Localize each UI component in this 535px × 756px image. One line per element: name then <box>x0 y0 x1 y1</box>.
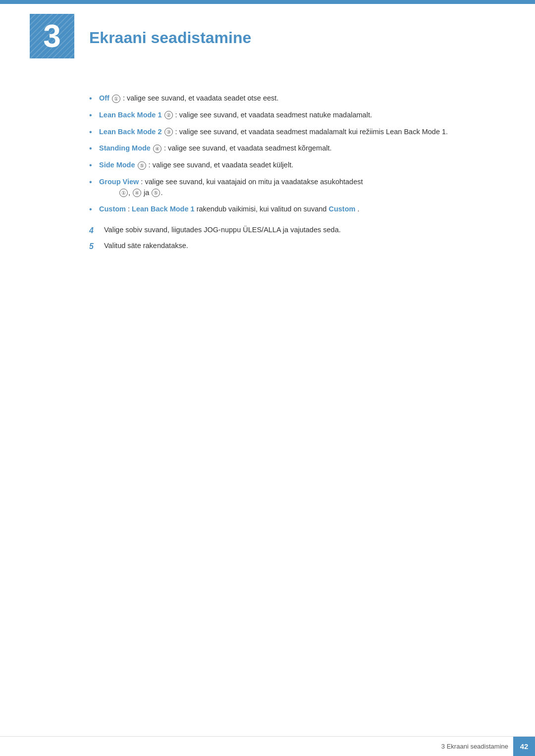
step-text-5: Valitud säte rakendatakse. <box>104 242 188 250</box>
footer: 3 Ekraani seadistamine 42 <box>0 736 535 756</box>
circle-g5: ⑤ <box>152 189 160 197</box>
circle-4: ④ <box>153 145 161 153</box>
bullet-text-custom-colon: : <box>128 205 132 213</box>
numbered-steps: 4 Valige sobiv suvand, liigutades JOG-nu… <box>89 225 495 252</box>
bullet-label-group: Group View <box>99 178 139 186</box>
bullet-group-circles: ①, ④ ja ⑤. <box>119 189 162 197</box>
circle-1: ① <box>112 95 120 103</box>
bullet-list: Off ① : valige see suvand, et vaadata se… <box>89 93 495 215</box>
bullet-item-lean1: Lean Back Mode 1 ② : valige see suvand, … <box>89 110 495 121</box>
bullet-text-lean2: : valige see suvand, et vaadata seadmest… <box>175 128 448 136</box>
bullet-label-standing: Standing Mode <box>99 144 151 152</box>
step-number-5: 5 <box>89 241 94 252</box>
chapter-title: Ekraani seadistamine <box>89 21 251 47</box>
bullet-text-side: : valige see suvand, et vaadata seadet k… <box>149 161 294 169</box>
bullet-item-group: Group View : valige see suvand, kui vaat… <box>89 177 495 199</box>
footer-page-number: 42 <box>513 737 535 756</box>
bullet-label-custom: Custom <box>99 205 126 213</box>
bullet-text-standing: : valige see suvand, et vaadata seadmest… <box>164 144 332 152</box>
bullet-text-custom-mid: rakendub vaikimisi, kui valitud on suvan… <box>197 205 329 213</box>
bullet-text-lean1: : valige see suvand, et vaadata seadmest… <box>175 111 372 119</box>
circle-g4: ④ <box>133 189 141 197</box>
bullet-text-group: : valige see suvand, kui vaatajaid on mi… <box>141 178 363 186</box>
footer-chapter-ref: 3 Ekraani seadistamine <box>441 743 508 750</box>
bullet-label-off: Off <box>99 94 109 102</box>
step-number-4: 4 <box>89 225 94 237</box>
bullet-label-side: Side Mode <box>99 161 135 169</box>
bullet-text-custom-end: . <box>357 205 359 213</box>
bullet-item-off: Off ① : valige see suvand, et vaadata se… <box>89 93 495 104</box>
chapter-number-box: 3 <box>30 14 74 58</box>
bullet-label-lean1: Lean Back Mode 1 <box>99 111 162 119</box>
bullet-item-standing: Standing Mode ④ : valige see suvand, et … <box>89 143 495 154</box>
step-4: 4 Valige sobiv suvand, liigutades JOG-nu… <box>89 225 495 236</box>
chapter-header: 3 Ekraani seadistamine <box>0 0 535 73</box>
step-text-4: Valige sobiv suvand, liigutades JOG-nupp… <box>104 226 341 234</box>
bullet-text-off: : valige see suvand, et vaadata seadet o… <box>123 94 278 102</box>
circle-5: ⑤ <box>138 161 146 170</box>
bullet-item-side: Side Mode ⑤ : valige see suvand, et vaad… <box>89 160 495 171</box>
circle-3: ③ <box>164 128 173 136</box>
circle-g1: ① <box>119 189 128 197</box>
circle-2: ② <box>164 111 173 119</box>
bullet-group-ja: ja <box>144 189 151 197</box>
bullet-label-lean2: Lean Back Mode 2 <box>99 128 162 136</box>
bullet-item-custom: Custom : Lean Back Mode 1 rakendub vaiki… <box>89 204 495 215</box>
bullet-custom-word: Custom <box>328 205 355 213</box>
bullet-custom-lean1: Lean Back Mode 1 <box>132 205 195 213</box>
bullet-item-lean2: Lean Back Mode 2 ③ : valige see suvand, … <box>89 127 495 138</box>
content-area: Off ① : valige see suvand, et vaadata se… <box>0 73 535 296</box>
step-5: 5 Valitud säte rakendatakse. <box>89 241 495 252</box>
chapter-number: 3 <box>43 20 61 52</box>
